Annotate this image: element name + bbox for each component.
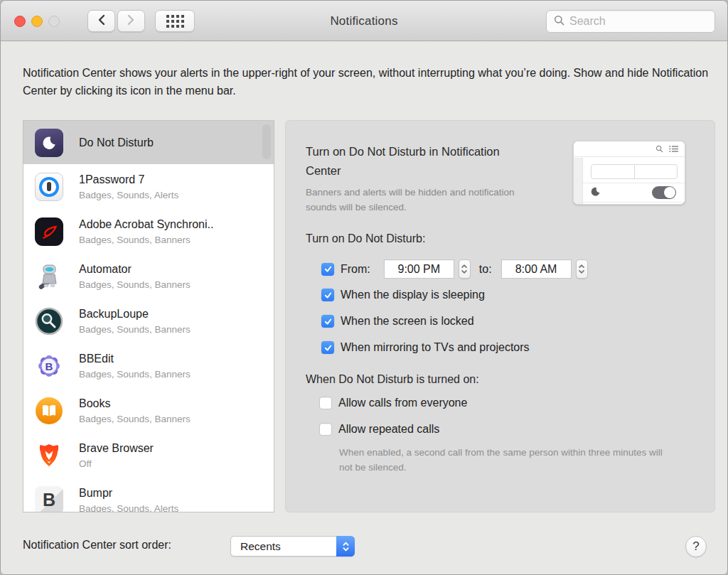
search-icon — [655, 143, 663, 156]
to-time-field[interactable]: 8:00 AM — [501, 259, 572, 279]
schedule-row: From: 9:00 PM to: 8:00 AM — [321, 259, 588, 279]
notifications-preferences-window: Notifications Notification Center shows … — [0, 0, 728, 575]
list-icon — [669, 143, 678, 156]
sort-order-label: Notification Center sort order: — [23, 539, 171, 552]
allow-calls-row: Allow calls from everyone — [319, 397, 467, 409]
list-item-label: Brave Browser — [79, 441, 154, 456]
from-time-field[interactable]: 9:00 PM — [384, 259, 454, 279]
books-icon — [35, 397, 63, 425]
bbedit-icon: B — [35, 352, 63, 380]
list-item-subtitle: Badges, Sounds, Banners — [79, 279, 191, 291]
list-scrollbar-thumb[interactable] — [262, 124, 271, 159]
search-icon — [554, 15, 564, 28]
list-item-1password[interactable]: 1Password 7Badges, Sounds, Alerts — [23, 164, 274, 209]
question-mark-icon: ? — [692, 539, 699, 554]
list-item-label: 1Password 7 — [79, 172, 178, 187]
when-on-label: When Do Not Disturb is turned on: — [306, 373, 479, 386]
sort-order-value: Recents — [231, 540, 336, 553]
panel-subtext: Banners and alerts will be hidden and no… — [306, 185, 519, 215]
list-item-bumpr[interactable]: B BumprBadges, Sounds, Alerts — [23, 478, 274, 512]
allow-repeated-checkbox[interactable] — [319, 423, 332, 436]
list-item-label: Bumpr — [79, 485, 178, 500]
svg-text:B: B — [46, 360, 53, 372]
from-time-stepper[interactable] — [459, 259, 471, 279]
backuploupe-icon — [35, 307, 63, 335]
list-item-bbedit[interactable]: B BBEditBadges, Sounds, Banners — [23, 343, 274, 388]
title-bar: Notifications — [1, 1, 727, 41]
brave-icon — [35, 441, 63, 470]
1password-icon — [35, 173, 63, 201]
list-item-subtitle: Off — [79, 458, 154, 471]
search-field[interactable] — [546, 10, 715, 33]
bumpr-icon: B — [35, 486, 63, 513]
to-time-stepper[interactable] — [576, 259, 588, 279]
display-sleeping-row: When the display is sleeping — [321, 289, 485, 301]
popup-chevrons-icon — [336, 536, 355, 557]
list-item-label: Books — [79, 396, 191, 411]
moon-icon — [590, 186, 601, 200]
list-item-books[interactable]: BooksBadges, Sounds, Banners — [23, 388, 274, 433]
mirroring-row: When mirroring to TVs and projectors — [321, 341, 530, 354]
turn-on-dnd-label: Turn on Do Not Disturb: — [306, 232, 425, 245]
do-not-disturb-panel: Turn on Do Not Disturb in Notification C… — [285, 120, 715, 512]
list-item-do-not-disturb[interactable]: Do Not Disturb — [23, 121, 274, 164]
illustration-dnd-row — [583, 183, 685, 203]
list-item-label: BackupLoupe — [79, 306, 191, 321]
sort-order-popup[interactable]: Recents — [230, 536, 355, 557]
list-item-subtitle: Badges, Sounds, Banners — [79, 234, 213, 247]
list-item-backuploupe[interactable]: BackupLoupeBadges, Sounds, Banners — [23, 299, 274, 343]
list-item-subtitle: Badges, Sounds, Banners — [79, 413, 191, 426]
screen-locked-row: When the screen is locked — [321, 315, 474, 328]
list-item-brave[interactable]: Brave BrowserOff — [23, 433, 274, 478]
panel-heading: Turn on Do Not Disturb in Notification C… — [306, 142, 519, 181]
illustration-segmented-control — [591, 164, 678, 179]
toggle-on-illustration — [652, 186, 676, 199]
list-item-adobe-acrobat[interactable]: Adobe Acrobat Synchroni..Badges, Sounds,… — [23, 209, 274, 254]
list-item-subtitle: Badges, Sounds, Alerts — [79, 503, 178, 513]
notification-center-illustration — [573, 141, 685, 205]
allow-repeated-row: Allow repeated calls — [319, 423, 439, 436]
list-item-label: Do Not Disturb — [79, 135, 154, 150]
acrobat-icon — [35, 217, 63, 246]
app-list[interactable]: Do Not Disturb 1Password 7Badges, Sounds… — [23, 120, 274, 512]
illustration-sidebar-strip — [574, 158, 583, 204]
panel-description: Notification Center shows your alerts in… — [23, 64, 709, 100]
list-item-subtitle: Badges, Sounds, Alerts — [79, 189, 178, 202]
display-sleeping-checkbox[interactable] — [321, 289, 334, 301]
from-checkbox[interactable] — [321, 263, 334, 276]
list-item-label: Automator — [79, 262, 191, 276]
moon-icon — [35, 129, 63, 157]
list-item-subtitle: Badges, Sounds, Banners — [79, 368, 191, 381]
list-item-label: BBEdit — [79, 351, 191, 366]
allow-calls-checkbox[interactable] — [319, 397, 332, 409]
list-item-automator[interactable]: AutomatorBadges, Sounds, Banners — [23, 254, 274, 299]
help-button[interactable]: ? — [685, 536, 707, 557]
to-label: to: — [479, 263, 492, 276]
from-label: From: — [341, 263, 370, 276]
repeated-calls-note: When enabled, a second call from the sam… — [339, 445, 663, 475]
list-item-subtitle: Badges, Sounds, Banners — [79, 323, 191, 336]
search-input[interactable] — [569, 15, 707, 28]
list-item-label: Adobe Acrobat Synchroni.. — [79, 217, 213, 232]
screen-locked-checkbox[interactable] — [321, 315, 334, 328]
automator-icon — [35, 262, 63, 291]
mirroring-checkbox[interactable] — [321, 341, 334, 354]
